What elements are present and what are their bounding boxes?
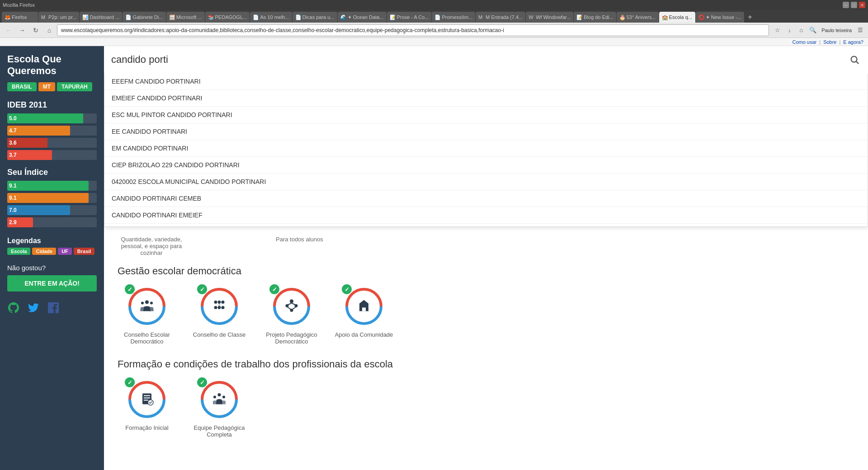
location-badges: BRASIL MT TAPURAH (0, 82, 104, 98)
search-result-1[interactable]: EEEFM CANDIDO PORTINARI (104, 73, 868, 90)
check-icon-4: ✓ (342, 284, 352, 294)
svg-rect-13 (218, 304, 220, 308)
reload-button[interactable]: ↻ (30, 24, 42, 36)
search-overlay: EEEFM CANDIDO PORTINARI EMEIEF CANDIDO P… (104, 46, 868, 227)
tab-escola-active[interactable]: 🏫 Escola q... (659, 12, 695, 23)
tab-microsoft[interactable]: 🪟 Microsoft ... (166, 12, 205, 23)
search-submit-button[interactable] (841, 46, 868, 73)
window-controls: ─ □ ✕ (843, 2, 865, 8)
sobre-link[interactable]: Sobre (823, 39, 836, 45)
partial-text-2: Para todos alunos (276, 236, 323, 256)
como-usar-link[interactable]: Como usar (792, 39, 816, 45)
badge-mt[interactable]: MT (38, 82, 55, 91)
search-icon[interactable]: 🔍 (808, 25, 818, 35)
tab-aniversario[interactable]: 🎂 53° Anivers... (617, 12, 659, 23)
initial-formation-icon (139, 391, 155, 407)
search-result-3[interactable]: ESC MUL PINTOR CANDIDO PORTINARI (104, 107, 868, 123)
main-layout: Escola Que Queremos BRASIL MT TAPURAH ID… (0, 46, 868, 470)
title-bar: Mozilla Firefox ─ □ ✕ (0, 0, 868, 10)
legend-brasil: Brasil (74, 248, 95, 255)
search-result-10[interactable]: EMEF CANDIDO PORTINARI (104, 224, 868, 227)
formacao-label-2: Equipe Pedagógica Completa (190, 424, 249, 438)
check-icon-6: ✓ (197, 377, 207, 387)
tab-entrada[interactable]: M M Entrada (7.4... (476, 12, 525, 23)
badge-tapurah[interactable]: TAPURAH (57, 82, 92, 91)
svg-point-32 (218, 393, 221, 396)
tab-blog[interactable]: 📝 Blog do Edi... (574, 12, 616, 23)
tab-bar: 🦊 Firefox M P2p: um pr... 📊 Dashboard ..… (0, 10, 868, 23)
gestao-label-3: Projeto Pedagógico Democrático (262, 331, 321, 345)
formacao-item-inicial: ✓ Formação Inicial (118, 379, 176, 438)
gestao-icons-row: ✓ Conselho Escolar Democrático (118, 286, 854, 345)
legend-title: Legendas (7, 237, 97, 245)
content-area: EEEFM CANDIDO PORTINARI EMEIEF CANDIDO P… (104, 46, 868, 470)
svg-point-3 (145, 301, 149, 304)
tab-favicon: 🪟 (169, 14, 175, 20)
tab-p2p[interactable]: M P2p: um pr... (38, 12, 79, 23)
url-bar[interactable] (57, 24, 769, 36)
svg-line-21 (288, 307, 291, 310)
tab-dashboard[interactable]: 📊 Dashboard ... (80, 12, 122, 23)
tab-pedagog[interactable]: 📚 PEDAGOGL... (205, 12, 250, 23)
svg-rect-24 (362, 308, 366, 311)
search-result-8[interactable]: CANDIDO PORTINARI CEMEB (104, 190, 868, 207)
close-button[interactable]: ✕ (859, 2, 865, 8)
tab-favicon-new-issue: ⭕ (698, 14, 704, 20)
bookmark-icon[interactable]: ☆ (773, 25, 783, 35)
tab-new-issue[interactable]: ⭕ ✦ New Issue -... (696, 12, 744, 23)
github-icon[interactable] (7, 301, 20, 314)
entre-em-acao-button[interactable]: ENTRE EM AÇÃO! (7, 275, 97, 291)
svg-point-8 (218, 301, 221, 304)
check-icon-1: ✓ (125, 284, 135, 294)
ideb-bar-4: 3.7 (7, 150, 97, 160)
download-icon[interactable]: ↓ (784, 25, 794, 35)
partial-content-row: Quantidade, variedade, pessoal, e espaço… (118, 236, 854, 256)
tab-favicon: 📚 (208, 14, 213, 20)
tab-favicon: 📝 (390, 14, 395, 20)
facebook-icon[interactable] (47, 301, 60, 314)
svg-point-33 (213, 396, 216, 399)
twitter-icon[interactable] (27, 301, 40, 314)
nao-gostou-section: Não gostou? ENTRE EM AÇÃO! (0, 259, 104, 296)
svg-point-5 (150, 302, 153, 305)
gestao-label-4: Apoio da Comunidade (335, 331, 393, 338)
tab-firefox[interactable]: 🦊 Firefox (2, 12, 38, 23)
tab-ocean[interactable]: 🌊 ✦ Ocean Data... (338, 12, 387, 23)
badge-brasil[interactable]: BRASIL (7, 82, 37, 91)
maximize-button[interactable]: □ (851, 2, 857, 8)
browser-chrome: Mozilla Firefox ─ □ ✕ 🦊 Firefox M P2p: u… (0, 0, 868, 46)
legend-badges: Escola Cidade UF Brasil (7, 248, 97, 255)
tab-10melh[interactable]: 📄 As 10 melh... (250, 12, 292, 23)
legend-uf: UF (58, 248, 72, 255)
settings-icon[interactable]: ☰ (855, 25, 865, 35)
search-result-9[interactable]: CANDIDO PORTINARI EMEIEF (104, 207, 868, 224)
home-button[interactable]: ⌂ (43, 24, 55, 36)
forward-button[interactable]: → (16, 24, 28, 36)
back-button[interactable]: ← (3, 24, 14, 36)
svg-rect-29 (144, 400, 148, 401)
search-dropdown: EEEFM CANDIDO PORTINARI EMEIEF CANDIDO P… (104, 73, 868, 227)
check-icon-2: ✓ (197, 284, 207, 294)
tab-gabinete[interactable]: 📄 Gabinete Di... (123, 12, 165, 23)
search-result-6[interactable]: CIEP BRIZOLAO 229 CANDIDO PORTINARI (104, 157, 868, 174)
new-tab-button[interactable]: + (745, 12, 755, 23)
tab-prose[interactable]: 📝 Prose - A Co... (387, 12, 432, 23)
seu-indice-section: Seu Índice 9.1 9.1 7.0 2.9 (0, 165, 104, 232)
nao-gostou-title: Não gostou? (7, 264, 97, 272)
e-agora-link[interactable]: E agora? (843, 39, 863, 45)
minimize-button[interactable]: ─ (843, 2, 849, 8)
svg-point-15 (290, 300, 293, 303)
search-result-5[interactable]: EM CANDIDO PORTINARI (104, 140, 868, 157)
search-result-2[interactable]: EMEIEF CANDIDO PORTINARI (104, 90, 868, 107)
formacao-icons-row: ✓ Formação Inicial (118, 379, 854, 438)
indice-bar-1: 9.1 (7, 181, 97, 191)
search-input[interactable] (104, 46, 841, 73)
home-nav-icon[interactable]: ⌂ (796, 25, 806, 35)
search-result-7[interactable]: 0420002 ESCOLA MUNICIPAL CANDIDO PORTINA… (104, 174, 868, 190)
tab-dicas[interactable]: 📄 Dicas para u... (292, 12, 337, 23)
tab-promessôm[interactable]: 📄 Promessôm... (432, 12, 475, 23)
tab-favicon: 🎂 (619, 14, 625, 20)
search-result-4[interactable]: EE CANDIDO PORTINARI (104, 123, 868, 140)
svg-line-1 (856, 61, 859, 64)
tab-windowfar[interactable]: W Wf Windowfar... (526, 12, 573, 23)
